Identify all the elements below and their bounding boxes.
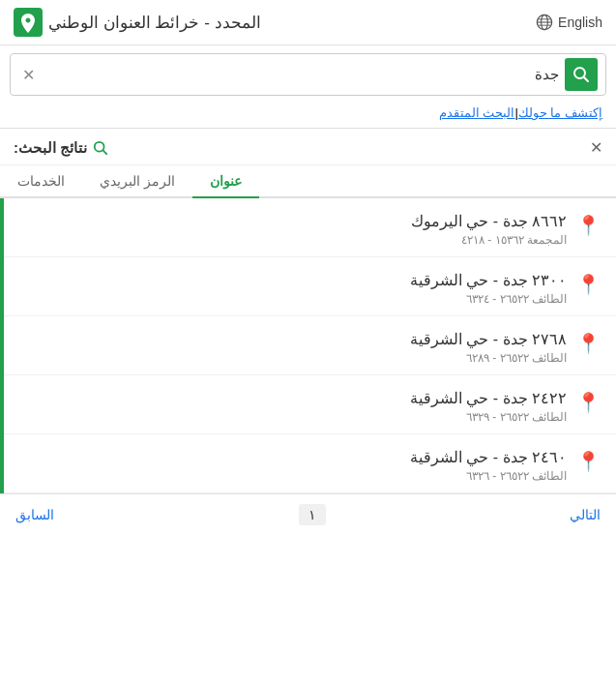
result-content: ٢٤٢٢ جدة - حي الشرقية الطائف ٢٦٥٢٢ - ٦٣٢… (14, 389, 567, 424)
next-page-button[interactable]: التالي (570, 507, 601, 522)
prev-page-button[interactable]: السابق (15, 507, 54, 522)
result-sub-text: الطائف ٢٦٥٢٢ - ٦٣٢٦ (14, 469, 567, 483)
results-tabs: عنوان الرمز البريدي الخدمات (0, 165, 616, 198)
pin-icon: 📍 (576, 391, 601, 414)
tab-address[interactable]: عنوان (192, 165, 259, 198)
result-main-text: ٢٣٠٠ جدة - حي الشرقية (14, 271, 567, 289)
result-item[interactable]: 📍 ٢٣٠٠ جدة - حي الشرقية الطائف ٢٦٥٢٢ - ٦… (4, 257, 616, 316)
svg-line-7 (584, 77, 589, 82)
result-sub-text: الطائف ٢٦٥٢٢ - ٦٣٢٩ (14, 410, 567, 424)
result-sub-text: الطائف ٢٦٥٢٢ - ٦٢٨٩ (14, 351, 567, 365)
result-content: ٨٦٦٢ جدة - حي اليرموك المجمعة ١٥٣٦٢ - ٤٢… (14, 212, 567, 247)
result-main-text: ٢٧٦٨ جدة - حي الشرقية (14, 330, 567, 348)
search-bar: ✕ (10, 53, 606, 96)
result-item[interactable]: 📍 ٢٤٦٠ جدة - حي الشرقية الطائف ٢٦٥٢٢ - ٦… (4, 434, 616, 493)
language-button[interactable]: English (536, 14, 602, 31)
pin-icon: 📍 (576, 332, 601, 355)
result-item[interactable]: 📍 ٢٤٢٢ جدة - حي الشرقية الطائف ٢٦٥٢٢ - ٦… (4, 375, 616, 434)
pin-icon: 📍 (576, 450, 601, 473)
search-results-icon (93, 140, 108, 156)
results-header: ✕ نتائج البحث: (0, 129, 616, 165)
pin-icon: 📍 (576, 273, 601, 296)
results-title-text: نتائج البحث: (14, 139, 87, 157)
search-button[interactable] (565, 58, 598, 91)
result-content: ٢٤٦٠ جدة - حي الشرقية الطائف ٢٦٥٢٢ - ٦٣٢… (14, 448, 567, 483)
header: English المحدد - خرائط العنوان الوطني (0, 0, 616, 45)
language-label: English (558, 15, 602, 30)
result-content: ٢٣٠٠ جدة - حي الشرقية الطائف ٢٦٥٢٢ - ٦٣٢… (14, 271, 567, 306)
tab-postal-code[interactable]: الرمز البريدي (82, 165, 192, 198)
close-results-button[interactable]: ✕ (590, 138, 602, 157)
advanced-search-link[interactable]: البحث المتقدم (439, 105, 515, 120)
search-input[interactable] (39, 67, 559, 83)
discover-nearby-link[interactable]: إكتشف ما حولك (518, 105, 602, 120)
app-logo (14, 8, 43, 37)
result-main-text: ٨٦٦٢ جدة - حي اليرموك (14, 212, 567, 230)
app-title: المحدد - خرائط العنوان الوطني (14, 8, 261, 37)
results-title: نتائج البحث: (14, 139, 108, 157)
result-item[interactable]: 📍 ٨٦٦٢ جدة - حي اليرموك المجمعة ١٥٣٦٢ - … (4, 198, 616, 257)
results-list: 📍 ٨٦٦٢ جدة - حي اليرموك المجمعة ١٥٣٦٢ - … (0, 198, 616, 493)
pagination: التالي ١ السابق (0, 493, 616, 535)
globe-icon (536, 14, 553, 31)
title-text: المحدد - خرائط العنوان الوطني (48, 13, 261, 33)
result-main-text: ٢٤٢٢ جدة - حي الشرقية (14, 389, 567, 407)
result-item[interactable]: 📍 ٢٧٦٨ جدة - حي الشرقية الطائف ٢٦٥٢٢ - ٦… (4, 316, 616, 375)
current-page: ١ (299, 504, 326, 525)
advanced-search-links: إكتشف ما حولك|البحث المتقدم (0, 104, 616, 128)
clear-button[interactable]: ✕ (18, 66, 39, 84)
result-main-text: ٢٤٦٠ جدة - حي الشرقية (14, 448, 567, 466)
result-content: ٢٧٦٨ جدة - حي الشرقية الطائف ٢٦٥٢٢ - ٦٢٨… (14, 330, 567, 365)
result-sub-text: المجمعة ١٥٣٦٢ - ٤٢١٨ (14, 233, 567, 247)
result-sub-text: الطائف ٢٦٥٢٢ - ٦٣٢٤ (14, 292, 567, 306)
svg-line-9 (103, 150, 106, 154)
tab-services[interactable]: الخدمات (0, 165, 82, 198)
pin-icon: 📍 (576, 214, 601, 237)
search-icon (572, 66, 590, 83)
results-panel: ✕ نتائج البحث: عنوان الرمز البريدي الخدم… (0, 128, 616, 535)
